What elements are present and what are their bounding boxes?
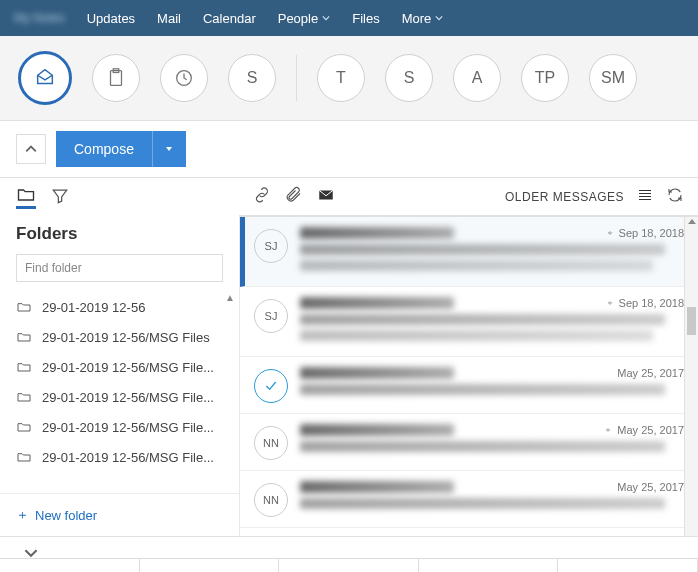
link-small-icon [605,228,615,238]
message-date: May 25, 2017 [617,481,684,493]
filter-button[interactable] [50,186,70,206]
message-row[interactable]: NN May 25, 2017 [240,414,698,471]
link-small-icon [605,298,615,308]
left-toolbar [0,178,239,212]
main-grid: Folders Find folder ▲ 29-01-2019 12-56 2… [0,178,698,536]
avatar-circle[interactable]: T [317,54,365,102]
folder-icon [16,449,32,465]
left-panel: Folders Find folder ▲ 29-01-2019 12-56 2… [0,178,239,536]
clipboard-circle[interactable] [92,54,140,102]
collapse-button[interactable] [16,134,46,164]
clock-icon [173,67,195,89]
folder-row[interactable]: 29-01-2019 12-56/MSG File... [0,382,239,412]
envelope-open-icon [34,67,56,89]
density-icon[interactable] [636,186,654,207]
clock-circle[interactable] [160,54,208,102]
message-date: Sep 18, 2018 [605,227,684,239]
older-messages-label[interactable]: OLDER MESSAGES [505,190,624,204]
folder-icon [16,359,32,375]
avatar-circle[interactable]: SM [589,54,637,102]
compose-dropdown[interactable] [152,131,186,167]
message-row[interactable]: May 25, 2017 [240,357,698,414]
nav-files[interactable]: Files [352,11,379,26]
funnel-icon [50,186,70,206]
avatar-circle[interactable]: TP [521,54,569,102]
compose-toolbar: Compose [0,121,698,178]
clipboard-icon [105,67,127,89]
link-small-icon [603,425,613,435]
folder-icon [16,419,32,435]
message-date: Sep 18, 2018 [605,297,684,309]
nav-more[interactable]: More [402,11,444,26]
link-icon[interactable] [253,186,271,207]
folder-row[interactable]: 29-01-2019 12-56 [0,292,239,322]
mail-circle[interactable] [18,51,72,105]
chevron-up-icon [25,143,37,155]
folder-view-button[interactable] [16,189,36,209]
folder-row[interactable]: 29-01-2019 12-56/MSG File... [0,352,239,382]
message-row[interactable]: SJ Sep 18, 2018 [240,287,698,357]
compose-button[interactable]: Compose [56,131,152,167]
folder-row[interactable]: 29-01-2019 12-56/MSG File... [0,442,239,472]
folder-outline-icon [16,185,36,205]
nav-people[interactable]: People [278,11,330,26]
brand-label: My Notes [14,11,65,25]
avatar-circle[interactable]: S [228,54,276,102]
message-date: May 25, 2017 [603,424,684,436]
message-list-header: OLDER MESSAGES [239,178,698,217]
find-folder-input[interactable]: Find folder [16,254,223,282]
avatar: SJ [254,229,288,263]
new-folder-button[interactable]: ＋ New folder [0,493,239,536]
folder-icon [16,299,32,315]
folder-list: ▲ 29-01-2019 12-56 29-01-2019 12-56/MSG … [0,292,239,493]
avatar: NN [254,483,288,517]
scroll-up-icon[interactable]: ▲ [225,292,235,303]
message-row[interactable]: SJ Sep 18, 2018 [240,217,698,287]
avatar: NN [254,426,288,460]
refresh-icon[interactable] [666,186,684,207]
top-nav: My Notes Updates Mail Calendar People Fi… [0,0,698,36]
chevron-down-icon [322,14,330,22]
message-list: SJ Sep 18, 2018 SJ Sep 18, 2018 May 25, … [239,217,698,536]
message-date: May 25, 2017 [617,367,684,379]
triangle-down-icon [164,144,174,154]
circle-strip: S T S A TP SM [0,36,698,121]
avatar-checked [254,369,288,403]
folder-row[interactable]: 29-01-2019 12-56/MSG Files [0,322,239,352]
avatar-circle[interactable]: A [453,54,501,102]
folder-icon [16,329,32,345]
right-panel: OLDER MESSAGES SJ Sep 18, 2018 SJ Sep 18… [239,178,698,536]
avatar: SJ [254,299,288,333]
nav-calendar[interactable]: Calendar [203,11,256,26]
nav-mail[interactable]: Mail [157,11,181,26]
folder-icon [16,389,32,405]
folder-row[interactable]: 29-01-2019 12-56/MSG File... [0,412,239,442]
avatar-circle[interactable]: S [385,54,433,102]
nav-updates[interactable]: Updates [87,11,135,26]
divider [296,55,297,101]
message-row[interactable]: NN May 25, 2017 [240,471,698,528]
compose-button-group: Compose [56,131,186,167]
folders-header: Folders [0,212,239,254]
list-scrollbar[interactable] [684,217,698,536]
plus-icon: ＋ [16,506,29,524]
chevron-down-icon [435,14,443,22]
paperclip-icon[interactable] [285,186,303,207]
check-icon [263,378,279,394]
envelope-icon[interactable] [317,186,335,207]
bottom-tab-strip [0,558,698,572]
